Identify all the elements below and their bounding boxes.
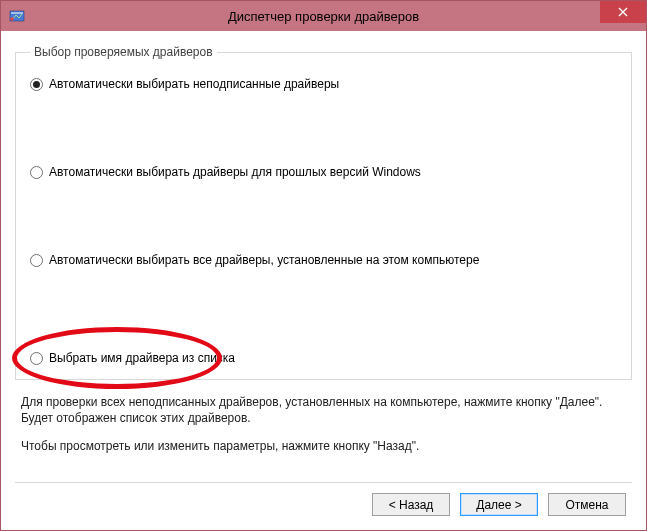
radio-icon [30,254,43,267]
close-button[interactable] [600,1,646,23]
radio-option-all-installed[interactable]: Автоматически выбирать все драйверы, уст… [30,253,617,267]
dialog-window: Диспетчер проверки драйверов Выбор прове… [0,0,647,531]
client-area: Выбор проверяемых драйверов Автоматическ… [1,31,646,530]
spacer [30,91,617,159]
window-title: Диспетчер проверки драйверов [1,9,646,24]
app-icon [9,8,25,24]
radio-option-older-windows[interactable]: Автоматически выбирать драйверы для прош… [30,165,617,179]
titlebar: Диспетчер проверки драйверов [1,1,646,31]
radio-label: Автоматически выбирать неподписанные дра… [49,77,339,91]
radio-icon [30,352,43,365]
radio-icon [30,78,43,91]
close-icon [618,7,628,17]
back-button[interactable]: < Назад [372,493,450,516]
spacer [30,267,617,345]
next-button[interactable]: Далее > [460,493,538,516]
group-legend: Выбор проверяемых драйверов [30,45,217,59]
radio-label: Автоматически выбирать все драйверы, уст… [49,253,479,267]
svg-point-1 [10,17,14,21]
radio-label: Выбрать имя драйвера из списка [49,351,235,365]
radio-label: Автоматически выбирать драйверы для прош… [49,165,421,179]
help-text-1: Для проверки всех неподписанных драйверо… [21,394,626,426]
button-bar: < Назад Далее > Отмена [15,482,632,520]
cancel-button[interactable]: Отмена [548,493,626,516]
radio-icon [30,166,43,179]
radio-option-unsigned[interactable]: Автоматически выбирать неподписанные дра… [30,77,617,91]
radio-option-from-list[interactable]: Выбрать имя драйвера из списка [30,351,617,365]
driver-selection-group: Выбор проверяемых драйверов Автоматическ… [15,45,632,380]
help-text-2: Чтобы просмотреть или изменить параметры… [21,438,626,454]
spacer [30,179,617,247]
